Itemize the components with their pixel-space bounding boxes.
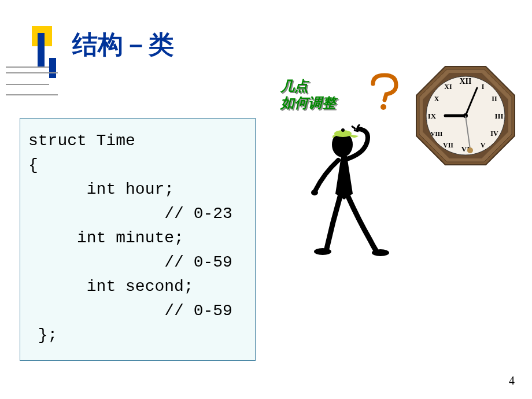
question-line1: 几点 — [280, 78, 336, 95]
code-line: int minute; — [28, 229, 184, 247]
slide-title: 结构－类 — [72, 28, 174, 62]
code-box: struct Time { int hour; // 0-23 int minu… — [20, 118, 256, 361]
deco-line — [6, 66, 49, 68]
deco-line — [6, 72, 58, 73]
deco-blue-bar-1 — [38, 33, 45, 68]
thinking-man-icon — [301, 124, 405, 275]
svg-point-0 — [380, 104, 386, 110]
numeral-12: XII — [459, 77, 471, 86]
svg-point-5 — [314, 248, 331, 255]
svg-point-4 — [311, 190, 318, 195]
numeral-10: X — [434, 95, 439, 103]
code-content: struct Time { int hour; // 0-23 int minu… — [20, 119, 255, 353]
numeral-11: XI — [444, 83, 452, 91]
code-line: // 0-59 — [28, 302, 232, 320]
numeral-9: IX — [428, 112, 437, 120]
code-line: { — [28, 156, 38, 174]
numeral-1: I — [482, 83, 485, 91]
question-line2: 如何调整 — [280, 95, 336, 112]
svg-point-3 — [341, 128, 345, 132]
numeral-8: VIII — [431, 130, 443, 137]
question-text: 几点 如何调整 — [280, 78, 336, 112]
page-number: 4 — [509, 374, 515, 387]
numeral-5: V — [481, 141, 486, 149]
numeral-2: II — [492, 95, 497, 103]
svg-point-6 — [372, 249, 389, 256]
code-line: int hour; — [28, 180, 174, 198]
code-line: int second; — [28, 278, 194, 295]
code-line: struct Time — [28, 132, 135, 150]
clock-icon: XII I II III IV V VI VII VIII IX X XI — [413, 64, 518, 168]
code-line: // 0-59 — [28, 253, 232, 271]
code-line: }; — [28, 326, 57, 344]
deco-line — [6, 94, 58, 95]
svg-point-15 — [467, 147, 473, 153]
numeral-4: IV — [490, 130, 498, 138]
deco-blue-bar-2 — [49, 58, 56, 78]
title-decoration — [6, 26, 61, 84]
deco-line — [6, 84, 49, 85]
code-line: // 0-23 — [28, 205, 232, 223]
numeral-3: III — [494, 112, 503, 120]
numeral-7: VII — [443, 141, 453, 149]
question-mark-icon — [364, 72, 405, 113]
